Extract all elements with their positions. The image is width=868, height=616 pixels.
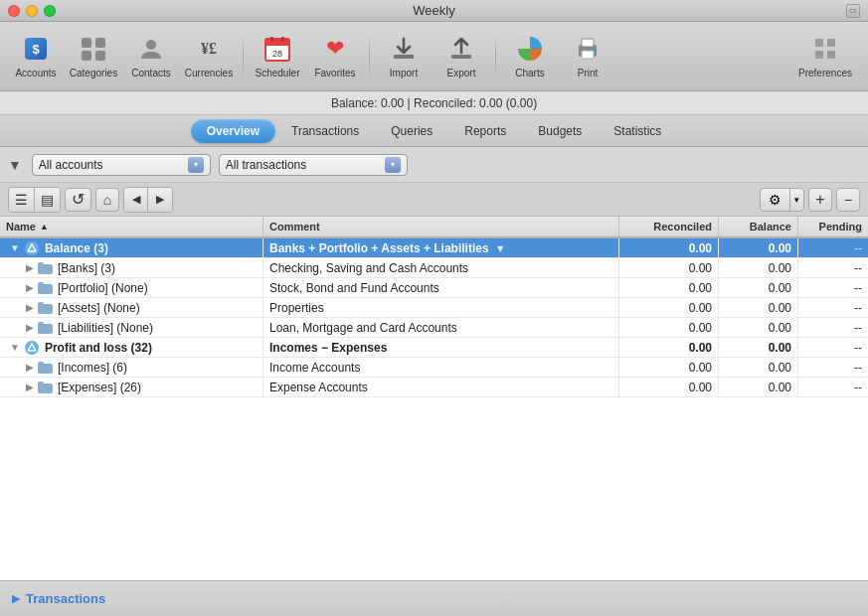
table-row[interactable]: ▶ [Assets] (None) Properties 0.00 0.00 -… xyxy=(0,298,868,318)
import-icon xyxy=(388,33,420,65)
scheduler-label: Scheduler xyxy=(255,68,299,79)
svg-rect-15 xyxy=(582,51,594,59)
folder-icon xyxy=(38,301,53,314)
table-header: Name ▲ Comment Reconciled Balance Pendin… xyxy=(0,217,868,238)
td-reconciled: 0.00 xyxy=(619,358,719,377)
transactions-expand-arrow: ▶ xyxy=(12,592,20,605)
favorites-icon: ❤ xyxy=(319,33,351,65)
balance-text: Balance: 0.00 | Reconciled: 0.00 (0.00) xyxy=(331,96,537,110)
td-pending: -- xyxy=(798,258,868,277)
td-comment: Income Accounts xyxy=(263,358,619,377)
toolbar-import[interactable]: Import xyxy=(376,28,432,85)
svg-rect-20 xyxy=(827,51,835,59)
tab-reports[interactable]: Reports xyxy=(448,119,522,143)
svg-point-4 xyxy=(146,40,156,50)
categories-icon xyxy=(78,33,109,65)
balance-icon xyxy=(24,240,40,256)
filter-arrow: ▼ xyxy=(8,157,22,173)
svg-rect-1 xyxy=(95,38,105,48)
forward-button[interactable]: ▶ xyxy=(148,188,172,212)
home-button[interactable]: ⌂ xyxy=(95,188,119,212)
accounts-label: Accounts xyxy=(15,68,56,79)
svg-rect-10 xyxy=(394,55,414,59)
th-pending[interactable]: Pending xyxy=(798,217,868,236)
svg-rect-6 xyxy=(265,39,289,46)
toolbar-currencies[interactable]: ¥£ Currencies xyxy=(181,28,237,85)
table-row[interactable]: ▶ [Expenses] (26) Expense Accounts 0.00 … xyxy=(0,378,868,397)
table-row[interactable]: ▶ [Banks] (3) Checking, Saving and Cash … xyxy=(0,258,868,278)
svg-rect-0 xyxy=(82,38,91,48)
back-button[interactable]: ◀ xyxy=(124,188,148,212)
export-label: Export xyxy=(447,68,476,79)
toolbar-scheduler[interactable]: 28 Scheduler xyxy=(250,28,305,85)
bottom-panel[interactable]: ▶ Transactions xyxy=(0,580,868,616)
transactions-label: Transactions xyxy=(26,591,105,606)
remove-button[interactable]: − xyxy=(836,188,860,212)
td-name: ▶ [Portfolio] (None) xyxy=(0,278,263,297)
td-balance: 0.00 xyxy=(719,318,798,337)
folder-icon xyxy=(38,381,53,393)
refresh-button[interactable]: ↺ xyxy=(65,188,91,212)
traffic-lights xyxy=(8,5,56,17)
td-pending: -- xyxy=(798,358,868,377)
td-comment: Properties xyxy=(263,298,619,317)
accounts-icon: $ xyxy=(20,33,52,65)
toolbar-contacts[interactable]: Contacts xyxy=(123,28,179,85)
td-reconciled: 0.00 xyxy=(619,318,719,337)
add-button[interactable]: + xyxy=(808,188,832,212)
td-balance: 0.00 xyxy=(719,278,798,297)
settings-button[interactable]: ⚙ ▾ xyxy=(760,188,804,212)
toolbar-categories[interactable]: Categories xyxy=(66,28,121,85)
th-balance[interactable]: Balance xyxy=(719,217,798,236)
tab-statistics[interactable]: Statistics xyxy=(598,119,677,143)
toolbar-print[interactable]: Print xyxy=(560,28,615,85)
tab-overview[interactable]: Overview xyxy=(191,119,275,143)
tab-transactions[interactable]: Transactions xyxy=(275,119,375,143)
window-resize-button[interactable]: ▭ xyxy=(846,4,860,18)
tab-queries[interactable]: Queries xyxy=(375,119,448,143)
th-name[interactable]: Name ▲ xyxy=(0,217,263,236)
td-name: ▼ Profit and loss (32) xyxy=(0,338,263,357)
minimize-button[interactable] xyxy=(26,5,38,17)
td-pending: -- xyxy=(798,238,868,257)
td-reconciled: 0.00 xyxy=(619,258,719,277)
toolbar-sep-1 xyxy=(243,35,244,78)
close-button[interactable] xyxy=(8,5,20,17)
table-row[interactable]: ▶ [Portfolio] (None) Stock, Bond and Fun… xyxy=(0,278,868,298)
toolbar-export[interactable]: Export xyxy=(434,28,489,85)
balance-bar: Balance: 0.00 | Reconciled: 0.00 (0.00) xyxy=(0,91,868,115)
tab-budgets[interactable]: Budgets xyxy=(522,119,598,143)
transactions-filter[interactable]: All transactions ▾ xyxy=(219,154,408,176)
toolbar-charts[interactable]: Charts xyxy=(502,28,558,85)
transactions-filter-label: All transactions xyxy=(226,158,401,172)
table-row[interactable]: ▼ Balance (3) Banks + Portfolio + Assets… xyxy=(0,238,868,258)
toolbar-sep-3 xyxy=(495,35,496,78)
table-row[interactable]: ▶ [Liabilities] (None) Loan, Mortgage an… xyxy=(0,318,868,338)
toolbar-favorites[interactable]: ❤ Favorites xyxy=(307,28,363,85)
pl-icon xyxy=(24,340,40,356)
toolbar-preferences[interactable]: Preferences xyxy=(790,28,860,85)
accounts-table: Name ▲ Comment Reconciled Balance Pendin… xyxy=(0,217,868,580)
settings-dropdown-arrow: ▾ xyxy=(790,189,803,211)
folder-icon xyxy=(38,321,53,334)
svg-rect-8 xyxy=(281,37,284,42)
svg-rect-19 xyxy=(815,51,823,59)
accounts-filter[interactable]: All accounts ▾ xyxy=(32,154,211,176)
maximize-button[interactable] xyxy=(44,5,56,17)
table-row[interactable]: ▶ [Incomes] (6) Income Accounts 0.00 0.0… xyxy=(0,358,868,378)
th-comment[interactable]: Comment xyxy=(263,217,619,236)
td-comment: Loan, Mortgage and Card Accounts xyxy=(263,318,619,337)
toolbar-accounts[interactable]: $ Accounts xyxy=(8,28,64,85)
svg-point-16 xyxy=(593,48,596,51)
td-balance: 0.00 xyxy=(719,258,798,277)
categories-label: Categories xyxy=(70,68,117,79)
td-comment: Incomes − Expenses xyxy=(263,338,619,357)
view-list-button[interactable]: ☰ xyxy=(9,188,35,212)
svg-rect-3 xyxy=(95,51,105,61)
table-row[interactable]: ▼ Profit and loss (32) Incomes − Expense… xyxy=(0,338,868,358)
scheduler-icon: 28 xyxy=(261,33,293,65)
view-grid-button[interactable]: ▤ xyxy=(35,188,60,212)
th-reconciled[interactable]: Reconciled xyxy=(619,217,719,236)
td-reconciled: 0.00 xyxy=(619,338,719,357)
row-expand-icon: ▼ xyxy=(10,342,20,353)
